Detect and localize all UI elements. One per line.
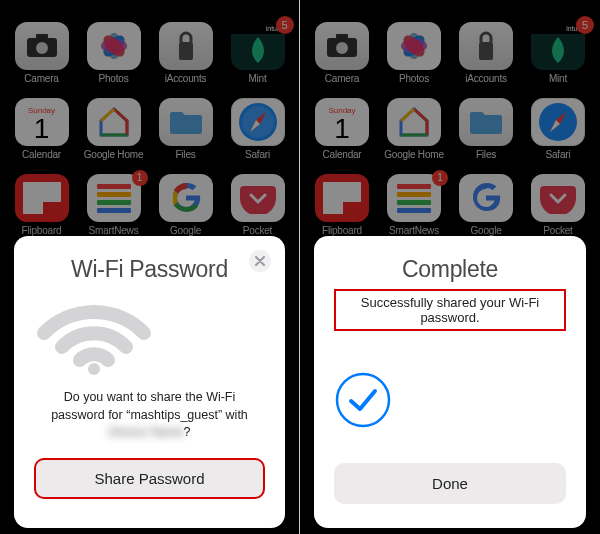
done-button[interactable]: Done [334,463,566,504]
wifi-icon [34,295,154,375]
svg-point-16 [88,363,100,375]
phone-left-before: Camera Photos [0,0,300,534]
sheet-title: Wi-Fi Password [34,256,265,283]
network-name: mashtips_guest [130,408,218,422]
close-button[interactable] [249,250,271,272]
share-password-button[interactable]: Share Password [34,458,265,499]
recipient-redacted: Device Name [109,424,184,442]
success-message: Successfully shared your Wi-Fi password. [342,295,558,325]
close-icon [255,256,265,266]
phone-right-after: Camera Photos iAccounts intuit 5 Mint [300,0,600,534]
svg-point-32 [337,374,389,426]
share-prompt: Do you want to share the Wi-Fi password … [38,389,261,442]
checkmark-icon [334,371,392,429]
wifi-complete-sheet: Complete Successfully shared your Wi-Fi … [314,236,586,528]
highlight-box: Successfully shared your Wi-Fi password. [334,289,566,331]
prompt-end: ? [184,425,191,439]
prompt-suffix: ” with [218,408,248,422]
wifi-share-sheet: Wi-Fi Password Do you want to share the … [14,236,285,528]
sheet-title: Complete [334,256,566,283]
